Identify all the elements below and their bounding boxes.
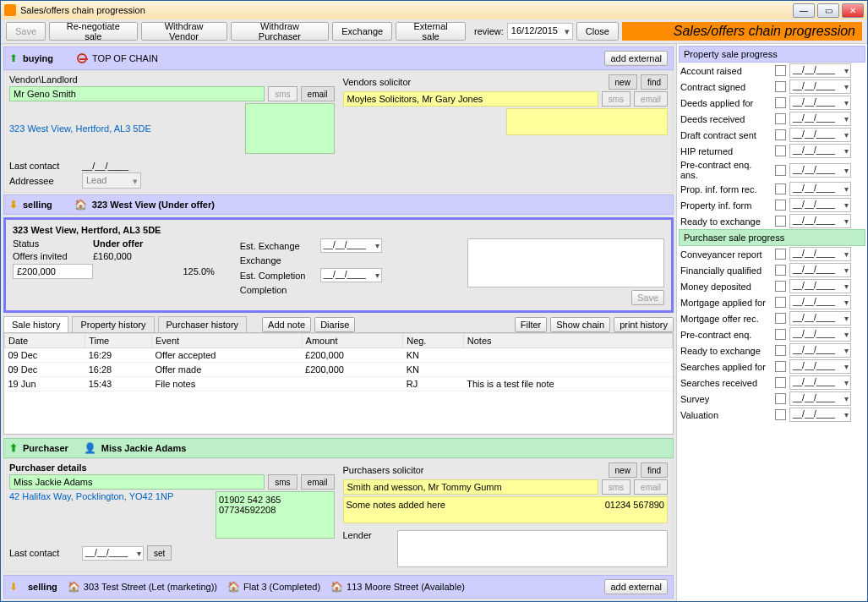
purchaser-sms-button[interactable]: sms [268,474,297,490]
progress-date[interactable]: __/__/____ [789,359,851,374]
progress-checkbox[interactable] [775,183,786,194]
renegotiate-button[interactable]: Re-negotiate sale [49,22,137,41]
card-save-button[interactable]: Save [631,290,664,305]
maximize-button[interactable]: ▭ [817,3,839,18]
tab-sale-history[interactable]: Sale history [3,316,68,332]
purchaser-solicitor-name-field[interactable]: Smith and wesson, Mr Tommy Gumm [343,479,598,495]
progress-date[interactable]: __/__/____ [789,391,851,406]
progress-date[interactable]: __/__/____ [789,144,851,158]
vendor-name-field[interactable]: Mr Geno Smith [9,86,265,101]
table-row[interactable]: 19 Jun15:43File notesRJThis is a test fi… [5,377,673,391]
withdraw-purchaser-button[interactable]: Withdraw Purchaser [231,22,330,41]
progress-checkbox[interactable] [775,65,786,76]
est-exchange-date[interactable]: __/__/____ [320,238,382,253]
vendor-address-link[interactable]: 323 West View, Hertford, AL3 5DE [9,123,151,134]
close-window-button[interactable]: ✕ [842,3,864,18]
progress-date[interactable]: __/__/____ [789,112,851,126]
addressee-select[interactable]: Lead [82,172,141,189]
progress-date[interactable]: __/__/____ [789,375,851,390]
progress-date[interactable]: __/__/____ [789,295,851,309]
diarise-button[interactable]: Diarise [314,317,355,332]
bottom-prop2[interactable]: Flat 3 (Completed) [243,582,320,592]
progress-checkbox[interactable] [775,81,786,92]
progress-date[interactable]: __/__/____ [789,311,851,326]
progress-checkbox[interactable] [775,313,786,324]
minimize-button[interactable]: — [793,3,815,18]
progress-checkbox[interactable] [775,329,786,340]
progress-checkbox[interactable] [775,165,786,176]
solicitor-sms-button[interactable]: sms [602,91,631,107]
grid-header[interactable]: Time [85,334,152,348]
solicitor-find-button[interactable]: find [641,74,668,90]
progress-date[interactable]: __/__/____ [789,96,851,110]
progress-checkbox[interactable] [775,265,786,276]
add-external-bottom-button[interactable]: add external [604,579,668,594]
progress-date[interactable]: __/__/____ [789,343,851,358]
solicitor-new-button[interactable]: new [609,74,637,90]
progress-checkbox[interactable] [775,361,786,372]
progress-checkbox[interactable] [775,249,786,260]
purchaser-solicitor-sms-button[interactable]: sms [602,479,631,495]
bottom-prop3[interactable]: 113 Moore Street (Available) [347,582,465,592]
progress-checkbox[interactable] [775,297,786,308]
table-row[interactable]: 09 Dec16:29Offer accepted£200,000KN [5,348,673,363]
progress-checkbox[interactable] [775,145,786,156]
exchange-button[interactable]: Exchange [332,22,392,41]
progress-checkbox[interactable] [775,97,786,108]
solicitor-notes[interactable] [506,108,668,135]
progress-date[interactable]: __/__/____ [789,182,851,196]
progress-checkbox[interactable] [775,200,786,211]
progress-date[interactable]: __/__/____ [789,63,851,78]
progress-date[interactable]: __/__/____ [789,128,851,142]
est-completion-date[interactable]: __/__/____ [320,268,382,282]
progress-checkbox[interactable] [775,377,786,388]
lender-notes[interactable] [397,530,669,567]
progress-date[interactable]: __/__/____ [789,279,851,293]
purchaser-name-field[interactable]: Miss Jackie Adams [9,474,265,490]
solicitor-email-button[interactable]: email [634,91,668,107]
filter-button[interactable]: Filter [515,317,547,332]
progress-checkbox[interactable] [775,345,786,356]
progress-checkbox[interactable] [775,281,786,292]
progress-checkbox[interactable] [775,113,786,124]
purchaser-solicitor-find-button[interactable]: find [641,462,668,478]
withdraw-vendor-button[interactable]: Withdraw Vendor [141,22,227,41]
progress-date[interactable]: __/__/____ [789,79,851,94]
history-grid[interactable]: DateTimeEventAmountNeg.Notes 09 Dec16:29… [3,332,674,435]
grid-header[interactable]: Amount [302,334,403,348]
close-button[interactable]: Close [576,22,619,41]
purchaser-solicitor-notes[interactable]: Some notes added here 01234 567890 [343,496,669,523]
purchaser-solicitor-email-button[interactable]: email [634,479,668,495]
purchaser-email-button[interactable]: email [301,474,335,490]
add-external-buying-button[interactable]: add external [604,51,668,66]
progress-checkbox[interactable] [775,129,786,140]
progress-date[interactable]: __/__/____ [789,163,851,178]
vendor-notes[interactable] [245,103,334,154]
progress-checkbox[interactable] [775,216,786,227]
progress-date[interactable]: __/__/____ [789,263,851,277]
card-notes[interactable] [467,238,664,287]
grid-header[interactable]: Date [5,334,85,348]
progress-checkbox[interactable] [775,409,786,420]
set-button[interactable]: set [147,545,172,561]
purchaser-solicitor-new-button[interactable]: new [609,462,637,478]
add-note-button[interactable]: Add note [262,317,311,332]
tab-property-history[interactable]: Property history [72,316,154,332]
grid-header[interactable]: Event [152,334,303,348]
grid-header[interactable]: Neg. [403,334,464,348]
review-date-combo[interactable]: 16/12/2015 [507,23,573,40]
vendor-sms-button[interactable]: sms [268,86,297,101]
progress-date[interactable]: __/__/____ [789,214,851,228]
bottom-prop1[interactable]: 303 Test Street (Let (marketing)) [84,582,217,592]
progress-date[interactable]: __/__/____ [789,247,851,261]
vendor-email-button[interactable]: email [301,86,335,101]
external-sale-button[interactable]: External sale [396,22,466,41]
tab-purchaser-history[interactable]: Purchaser history [158,316,248,332]
solicitor-name-field[interactable]: Moyles Solicitors, Mr Gary Jones [343,91,598,107]
show-chain-button[interactable]: Show chain [550,317,610,332]
progress-checkbox[interactable] [775,393,786,404]
save-button[interactable]: Save [6,22,46,41]
purchaser-notes[interactable]: 01902 542 365 07734592208 [216,491,335,539]
purchaser-last-contact-date[interactable]: __/__/____ [82,546,144,561]
table-row[interactable]: 09 Dec16:28Offer made£200,000KN [5,363,673,377]
